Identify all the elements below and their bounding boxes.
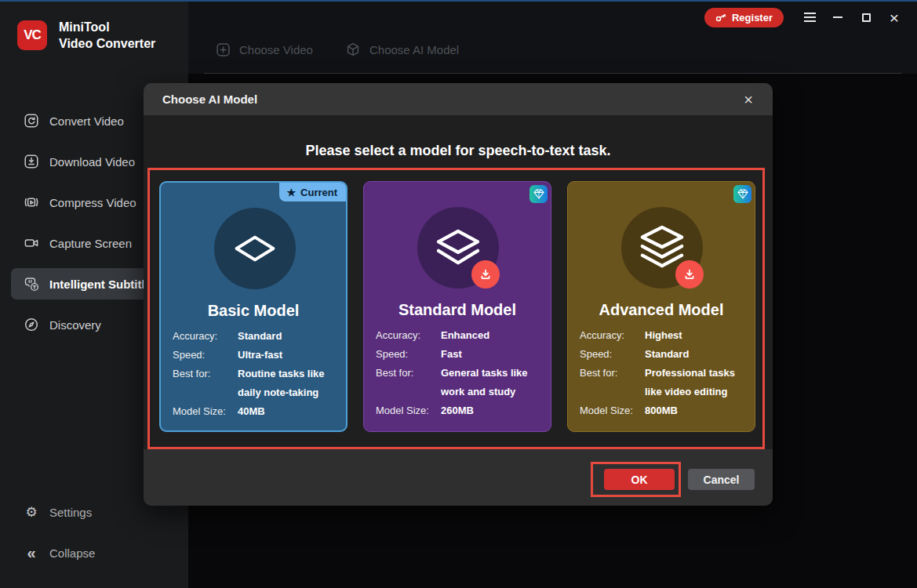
app-logo-text: VC <box>24 27 41 43</box>
sidebar-item-label: Discovery <box>49 318 101 332</box>
subtitle-icon <box>24 276 39 292</box>
step-tabs: Choose Video Choose AI Model <box>217 42 459 56</box>
model-card-title: Basic Model <box>161 302 346 320</box>
spec-label: Best for: <box>580 364 645 401</box>
premium-gem-icon <box>529 185 548 203</box>
sidebar-item-label: Compress Video <box>49 196 136 209</box>
spec-label: Best for: <box>173 365 238 402</box>
sidebar-item-label: Download Video <box>49 155 135 169</box>
spec-value: Standard <box>645 345 689 364</box>
spec-value: Professional taskslike video editing <box>645 364 735 401</box>
spec-label: Speed: <box>376 345 441 364</box>
spec-label: Model Size: <box>580 401 645 420</box>
spec-value: General tasks likework and study <box>441 364 528 401</box>
model-card-specs: Accuracy:Highest Speed:Standard Best for… <box>580 326 751 420</box>
current-badge-label: Current <box>300 187 337 198</box>
tab-choose-ai-model[interactable]: Choose AI Model <box>346 42 459 56</box>
spec-value: 800MB <box>645 401 678 420</box>
model-card-specs: Accuracy:Enhanced Speed:Fast Best for: G… <box>376 326 547 420</box>
sidebar-item-collapse[interactable]: « Collapse <box>11 537 177 568</box>
window-top-accent <box>0 0 917 2</box>
tab-choose-video[interactable]: Choose Video <box>217 43 313 56</box>
ok-button[interactable]: OK <box>604 469 675 490</box>
spec-value: Routine tasks likedaily note-taking <box>238 365 325 402</box>
spec-label: Model Size: <box>376 401 441 420</box>
spec-label: Model Size: <box>173 402 238 421</box>
spec-label: Speed: <box>173 346 238 365</box>
gear-icon: ⚙ <box>24 504 39 520</box>
sidebar-item-label: Collapse <box>49 546 95 560</box>
spec-label: Accuracy: <box>580 326 645 345</box>
download-arrow-icon <box>479 268 492 281</box>
spec-value: Enhanced <box>441 326 489 345</box>
dialog-close-icon[interactable]: × <box>738 89 759 110</box>
spec-label: Accuracy: <box>376 326 441 345</box>
maximize-button[interactable] <box>854 7 878 27</box>
window-close-button[interactable]: × <box>882 7 906 27</box>
spec-value: Standard <box>238 327 282 346</box>
app-brand: VC MiniTool Video Converter <box>17 19 155 52</box>
model-card-standard[interactable]: Standard Model Accuracy:Enhanced Speed:F… <box>363 181 551 432</box>
model-card-advanced[interactable]: Advanced Model Accuracy:Highest Speed:St… <box>567 181 755 432</box>
download-model-button[interactable] <box>675 260 704 289</box>
dialog-prompt: Please select a model for speech-to-text… <box>144 143 773 159</box>
window-titlebar: Register × <box>704 7 906 27</box>
key-icon <box>715 13 726 22</box>
app-title-line1: MiniTool <box>59 19 155 35</box>
current-badge: ★ Current <box>279 183 346 201</box>
spec-label: Accuracy: <box>173 327 238 346</box>
app-logo: VC <box>17 20 47 50</box>
spec-label: Best for: <box>376 364 441 401</box>
sidebar-item-label: Settings <box>49 506 92 519</box>
plus-square-icon <box>217 43 230 56</box>
compress-icon <box>24 194 39 210</box>
cube-icon <box>346 42 360 56</box>
dialog-title: Choose AI Model <box>162 93 257 106</box>
register-button[interactable]: Register <box>704 8 784 27</box>
sidebar-item-label: Intelligent Subtitle <box>49 278 151 291</box>
collapse-icon: « <box>24 545 39 561</box>
model-card-title: Advanced Model <box>568 301 755 319</box>
spec-value: 260MB <box>441 401 474 420</box>
basic-model-layers-icon <box>214 208 296 289</box>
dialog-header: Choose AI Model × <box>144 83 773 115</box>
convert-icon <box>24 113 39 129</box>
model-card-title: Standard Model <box>364 301 551 319</box>
sidebar-item-label: Capture Screen <box>49 237 132 250</box>
premium-gem-icon <box>733 185 751 203</box>
app-title-line2: Video Converter <box>59 35 155 52</box>
model-card-basic[interactable]: ★ Current Basic Model Accuracy:Standard … <box>159 181 348 432</box>
spec-label: Speed: <box>580 345 645 364</box>
register-label: Register <box>732 12 773 24</box>
download-arrow-icon <box>683 268 696 281</box>
cancel-button[interactable]: Cancel <box>688 469 755 490</box>
download-icon <box>24 154 39 169</box>
spec-value: Ultra-fast <box>238 346 282 365</box>
tabs-divider <box>204 73 902 74</box>
spec-value: Highest <box>645 326 682 345</box>
tab-label: Choose Video <box>239 43 313 56</box>
download-model-button[interactable] <box>471 260 500 289</box>
dialog-footer <box>144 449 773 506</box>
minimize-button[interactable] <box>826 7 850 27</box>
app-title: MiniTool Video Converter <box>59 19 155 52</box>
choose-ai-model-dialog: Choose AI Model × Please select a model … <box>144 83 773 506</box>
tab-label: Choose AI Model <box>369 43 459 56</box>
menu-icon[interactable] <box>798 7 821 27</box>
model-card-specs: Accuracy:Standard Speed:Ultra-fast Best … <box>173 327 344 421</box>
spec-value: 40MB <box>238 402 265 421</box>
discovery-icon <box>24 317 39 332</box>
spec-value: Fast <box>441 345 462 364</box>
star-icon: ★ <box>286 187 296 198</box>
sidebar-item-label: Convert Video <box>49 114 124 128</box>
capture-icon <box>24 235 39 251</box>
